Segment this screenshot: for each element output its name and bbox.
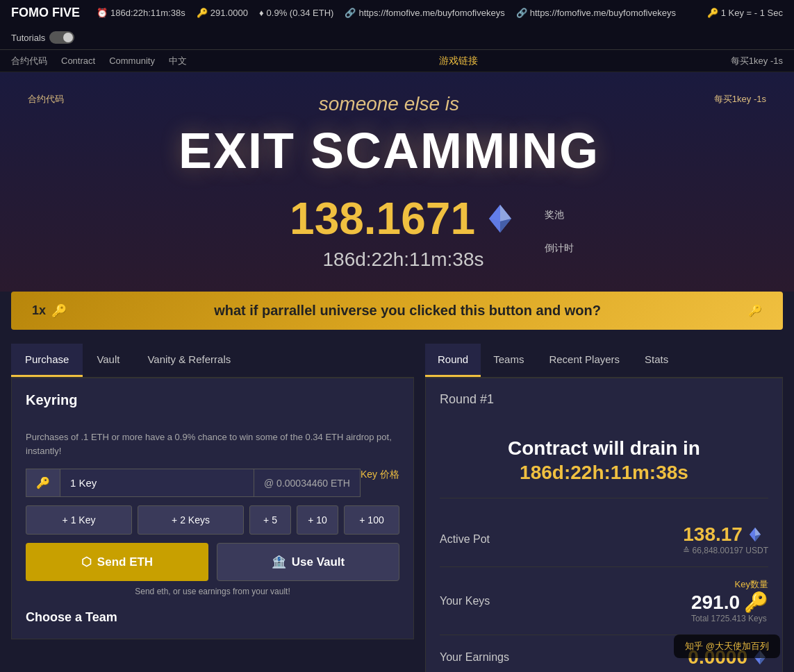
round-title: Round #1 <box>440 392 768 407</box>
link1-info[interactable]: 🔗 https://fomofive.me/buyfomofivekeys <box>345 8 504 18</box>
keys-info: 🔑 291.0000 <box>197 8 248 18</box>
tab-teams[interactable]: Teams <box>481 344 536 377</box>
round-content: Round #1 Contract will drain in 186d:22h… <box>425 378 783 672</box>
main-content: Purchase Vault Vanity & Referrals Keyrin… <box>0 344 794 672</box>
pot-info: ♦ 0.9% (0.34 ETH) <box>259 8 333 18</box>
banner-key-icon: 🔑 <box>51 303 67 319</box>
eth-diamond-icon <box>483 202 517 235</box>
left-tabs: Purchase Vault Vanity & Referrals <box>11 344 414 378</box>
contract-link[interactable]: Contract <box>61 56 95 66</box>
plus5-key-button[interactable]: + 5 <box>249 505 291 535</box>
contract-code-annotation: 合约代码 <box>28 93 64 106</box>
toggle-switch[interactable] <box>49 31 74 44</box>
hero-title: EXIT SCAMMING <box>64 122 714 179</box>
countdown-label: 倒计时 <box>545 242 574 255</box>
tab-purchase[interactable]: Purchase <box>11 344 83 377</box>
svg-marker-1 <box>500 205 511 221</box>
key-icon-keys: 🔑 <box>744 591 768 614</box>
svg-marker-12 <box>754 650 760 659</box>
eth-icon-pot <box>747 526 763 543</box>
top-nav: FOMO FIVE ⏰ 186d:22h:11m:38s 🔑 291.0000 … <box>0 0 794 50</box>
send-eth-button[interactable]: ⬡ Send ETH <box>26 543 208 581</box>
purchase-panel: Keyring Purchases of .1 ETH or more have… <box>11 378 414 639</box>
key-input-icon: 🔑 <box>26 469 60 497</box>
per-key-label: 每买1key -1s <box>731 55 783 67</box>
plus100-key-button[interactable]: + 100 <box>344 505 399 535</box>
buy-banner[interactable]: 1x 🔑 what if parrallel universe you clic… <box>11 292 783 330</box>
hero-subtitle: someone else is <box>64 93 714 115</box>
game-link-label: 游戏链接 <box>439 55 478 66</box>
eth-icon-btn: ⬡ <box>81 555 92 569</box>
tutorials-toggle[interactable]: Tutorials <box>11 31 74 44</box>
tab-vanity[interactable]: Vanity & Referrals <box>133 344 245 377</box>
plus10-key-button[interactable]: + 10 <box>297 505 338 535</box>
per-key-annotation: 每买1key -1s <box>714 93 766 106</box>
action-buttons: ⬡ Send ETH 🏦 Use Vault <box>26 543 399 581</box>
panel-desc: Purchases of .1 ETH or more have a 0.9% … <box>26 430 399 457</box>
plus2-key-button[interactable]: + 2 Keys <box>138 505 244 535</box>
key-price-label: Key 价格 <box>361 469 399 481</box>
lang-link[interactable]: 中文 <box>169 55 187 67</box>
hero-timer: 186d:22h:11m:38s <box>290 249 517 271</box>
tab-round[interactable]: Round <box>425 344 481 377</box>
link2-info[interactable]: 🔗 https://fomofive.me/buyfomofivekeys <box>516 8 676 18</box>
contract-drain-timer: 186d:22h:11m:38s <box>454 462 754 484</box>
your-keys-label: Your Keys <box>440 595 490 607</box>
banner-right-icon: 🔑 <box>748 304 762 317</box>
active-pot-value: 138.17 <box>683 523 768 546</box>
key-price-display: @ 0.00034460 ETH <box>254 469 361 497</box>
banner-message: what if parrallel universe you clicked t… <box>67 303 748 319</box>
key-rate-info: 🔑 1 Key = - 1 Sec <box>707 8 783 18</box>
sub-nav: 合约代码 Contract Community 中文 游戏链接 每买1key -… <box>0 50 794 72</box>
key-icon: 🔑 <box>197 8 208 18</box>
svg-marker-7 <box>750 528 755 536</box>
community-link[interactable]: Community <box>109 56 155 66</box>
contract-drain: Contract will drain in 186d:22h:11m:38s <box>440 421 768 498</box>
keys-total: Total 1725.413 Keys <box>691 614 768 623</box>
left-panel: Purchase Vault Vanity & Referrals Keyrin… <box>11 344 414 672</box>
vault-icon: 🏦 <box>272 555 286 569</box>
link2-icon: 🔗 <box>516 8 527 18</box>
plus1-key-button[interactable]: + 1 Key <box>26 505 132 535</box>
active-pot-row: Active Pot 138.17 ≙ 66,848.00197 USDT <box>440 512 768 567</box>
active-pot-label: Active Pot <box>440 533 490 546</box>
team-section-title: Choose a Team <box>26 610 399 625</box>
hero-section: 合约代码 someone else is EXIT SCAMMING 每买1ke… <box>0 72 794 292</box>
active-pot-usdt: ≙ 66,848.00197 USDT <box>683 546 768 555</box>
contract-code-link[interactable]: 合约代码 <box>11 55 47 67</box>
eth-icon-earnings <box>752 649 768 666</box>
tab-vault[interactable]: Vault <box>83 344 133 377</box>
panel-title: Keyring <box>26 392 77 408</box>
keys-number: 291.0 🔑 <box>691 591 768 614</box>
tab-stats[interactable]: Stats <box>632 344 681 377</box>
pool-label: 奖池 <box>545 209 574 221</box>
right-tabs: Round Teams Recent Players Stats <box>425 344 783 378</box>
gem-icon: ♦ <box>259 8 264 18</box>
svg-marker-11 <box>760 650 766 659</box>
action-hint: Send eth, or use earnings from your vaul… <box>26 587 399 596</box>
key-count-label: Key数量 <box>691 578 768 591</box>
right-panel: Round Teams Recent Players Stats Round #… <box>425 344 783 672</box>
earnings-value: 0.0000 <box>688 646 768 669</box>
banner-left: 1x 🔑 <box>32 303 67 319</box>
clock-icon: ⏰ <box>97 8 108 18</box>
use-vault-button[interactable]: 🏦 Use Vault <box>217 543 399 581</box>
your-keys-row: Your Keys Key数量 291.0 🔑 Total 1725.413 K… <box>440 567 768 635</box>
svg-marker-2 <box>489 205 500 221</box>
contract-drain-text: Contract will drain in <box>454 435 754 462</box>
key-buttons: + 1 Key + 2 Keys + 5 + 10 + 100 <box>26 505 399 535</box>
tab-recent-players[interactable]: Recent Players <box>536 344 632 377</box>
your-earnings-row: Your Earnings 0.0000 <box>440 635 768 672</box>
brand-logo: FOMO FIVE <box>11 6 80 20</box>
link1-icon: 🔗 <box>345 8 356 18</box>
key-input-row: 🔑 @ 0.00034460 ETH <box>26 469 361 497</box>
svg-marker-6 <box>755 528 761 536</box>
key-quantity-input[interactable] <box>60 469 254 497</box>
timer-info: ⏰ 186d:22h:11m:38s <box>97 8 185 18</box>
key-rate-icon: 🔑 <box>707 8 718 18</box>
hero-amount: 138.1671 <box>290 193 517 244</box>
your-earnings-label: Your Earnings <box>440 651 509 664</box>
